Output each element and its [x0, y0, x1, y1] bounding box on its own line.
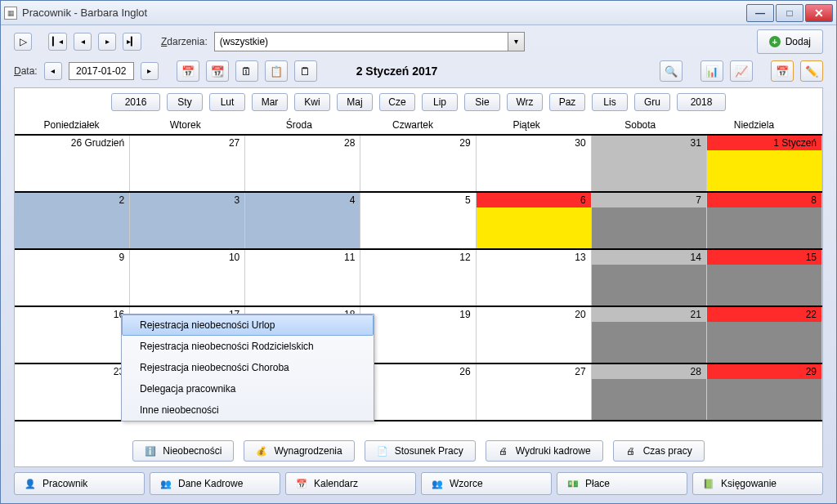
maximize-button[interactable]: □	[776, 4, 803, 22]
calendar-cell[interactable]: 14	[592, 250, 707, 306]
context-menu-item[interactable]: Delegacja pracownika	[122, 378, 374, 399]
sub-tab-3[interactable]: 🖨Wydruki kadrowe	[486, 440, 603, 462]
calendar-cell[interactable]: 12	[360, 250, 476, 306]
sub-tab-0[interactable]: ℹ️Nieobecności	[132, 440, 234, 462]
calendar-day-number: 9	[15, 250, 129, 265]
month-button-lip[interactable]: Lip	[422, 93, 458, 111]
calendar-cell[interactable]: 28	[245, 136, 360, 191]
calendar-day-number: 23	[15, 364, 129, 379]
calendar-cell[interactable]: 10	[130, 250, 245, 306]
month-button-wrz[interactable]: Wrz	[507, 93, 543, 111]
events-dropdown-button[interactable]: ▾	[508, 32, 525, 51]
calendar-cell[interactable]: 7	[592, 193, 707, 248]
nav-last-button[interactable]: ▸▎	[123, 33, 141, 51]
calendar-day-fill	[592, 379, 706, 420]
calendar-cell[interactable]: 9	[15, 250, 130, 306]
context-menu-item[interactable]: Rejestracja nieobecności Rodzicielskich	[122, 336, 374, 357]
play-button[interactable]: ▷	[14, 33, 32, 51]
nav-first-button[interactable]: ▎◂	[48, 33, 67, 51]
prev-year-button[interactable]: 2016	[111, 93, 160, 111]
date-input[interactable]	[69, 62, 134, 80]
search-icon-button[interactable]: 🔍	[660, 60, 683, 82]
month-button-gru[interactable]: Gru	[634, 93, 670, 111]
context-menu-item[interactable]: Rejestracja nieobecności Choroba	[122, 357, 374, 378]
weekday-header: Środa	[242, 116, 356, 134]
date-prev-button[interactable]: ◂	[44, 62, 62, 80]
calendar-cell[interactable]: 26	[360, 364, 476, 420]
nav-prev-button[interactable]: ◂	[74, 33, 92, 51]
sub-tab-2[interactable]: 📄Stosunek Pracy	[365, 440, 476, 462]
main-tab-2[interactable]: 📅Kalendarz	[285, 472, 416, 495]
sub-tab-4[interactable]: 🖨Czas pracy	[613, 440, 705, 462]
calendar-cell[interactable]: 4	[245, 193, 360, 248]
month-button-kwi[interactable]: Kwi	[294, 93, 330, 111]
tool1-button[interactable]: 📊	[700, 60, 723, 82]
main-tab-4[interactable]: 💵Płace	[557, 472, 687, 495]
calendar-cell[interactable]: 2	[15, 193, 130, 248]
month-button-paz[interactable]: Paz	[549, 93, 585, 111]
context-menu-item[interactable]: Rejestracja nieobecności Urlop	[122, 314, 374, 336]
add-button[interactable]: + Dodaj	[757, 29, 823, 54]
calendar-cell[interactable]: 19	[360, 307, 476, 363]
cal-view1-button[interactable]: 📅	[177, 60, 199, 82]
calendar-body[interactable]: 26 Grudzień27282930311 Styczeń2345678910…	[15, 136, 822, 435]
calendar-cell[interactable]: 1 Styczeń	[707, 136, 822, 191]
calendar-cell[interactable]: 3	[130, 193, 245, 248]
calendar-cell[interactable]: 21	[592, 307, 707, 363]
sub-tab-1[interactable]: 💰Wynagrodzenia	[244, 440, 354, 462]
calendar-cell[interactable]: 29	[360, 136, 476, 191]
calendar-cell[interactable]: 8	[707, 193, 822, 248]
calendar-cell[interactable]: 16	[15, 307, 130, 363]
toolbar-date: Data: ◂ ▸ 📅 📆 🗓 📋 🗒 2 Styczeń 2017 🔍 📊 📈…	[1, 58, 836, 87]
minimize-button[interactable]: —	[746, 4, 774, 22]
tool2-button[interactable]: 📈	[730, 60, 753, 82]
month-button-lut[interactable]: Lut	[209, 93, 245, 111]
calendar-cell[interactable]: 22	[707, 307, 822, 363]
edit-icon-button[interactable]: ✏️	[800, 60, 823, 82]
calendar-cell[interactable]: 23	[15, 364, 130, 420]
calendar-cell[interactable]: 11	[245, 250, 360, 306]
calendar-cell[interactable]: 15	[707, 250, 822, 306]
calendar-day-number: 7	[592, 193, 706, 207]
cal-view4-button[interactable]: 📋	[265, 60, 288, 82]
calendar-day-fill	[707, 207, 821, 248]
month-button-lis[interactable]: Lis	[592, 93, 628, 111]
calendar-cell[interactable]: 28	[592, 364, 707, 420]
month-button-cze[interactable]: Cze	[379, 93, 415, 111]
month-button-maj[interactable]: Maj	[337, 93, 373, 111]
calendar-cell[interactable]: 20	[477, 307, 592, 363]
month-button-sty[interactable]: Sty	[167, 93, 203, 111]
weekday-header: Sobota	[584, 116, 697, 134]
calendar-cell[interactable]: 29	[707, 364, 822, 420]
cal-view5-button[interactable]: 🗒	[294, 60, 317, 82]
main-tab-3[interactable]: 👥Wzorce	[421, 472, 552, 495]
calendar-cell[interactable]: 31	[592, 136, 707, 191]
tab-label: Dane Kadrowe	[178, 478, 243, 489]
month-button-sie[interactable]: Sie	[464, 93, 500, 111]
events-input[interactable]	[214, 32, 508, 51]
calendar-cell[interactable]: 5	[360, 193, 476, 248]
events-combo[interactable]: ▾	[214, 32, 525, 51]
calendar-cell[interactable]: 13	[477, 250, 592, 306]
context-menu: Rejestracja nieobecności UrlopRejestracj…	[121, 314, 374, 421]
next-year-button[interactable]: 2018	[677, 93, 726, 111]
month-button-mar[interactable]: Mar	[252, 93, 288, 111]
calendar-cell[interactable]: 27	[130, 136, 245, 191]
calendar-icon-button[interactable]: 📅	[771, 60, 794, 82]
calendar-cell[interactable]: 27	[477, 364, 592, 420]
main-tab-0[interactable]: 👤Pracownik	[14, 472, 145, 495]
calendar-day-number: 6	[477, 193, 591, 207]
calendar-day-number: 28	[592, 364, 706, 379]
close-button[interactable]: ✕	[805, 4, 833, 22]
context-menu-item[interactable]: Inne nieobecności	[122, 399, 374, 421]
cal-view3-button[interactable]: 🗓	[235, 60, 258, 82]
date-next-button[interactable]: ▸	[141, 62, 159, 80]
main-tab-1[interactable]: 👥Dane Kadrowe	[150, 472, 280, 495]
cal-view2-button[interactable]: 📆	[206, 60, 229, 82]
calendar-cell[interactable]: 6	[477, 193, 592, 248]
tab-icon: 👥	[160, 478, 172, 489]
calendar-cell[interactable]: 30	[477, 136, 592, 191]
main-tab-5[interactable]: 📗Księgowanie	[692, 472, 823, 495]
nav-next-button[interactable]: ▸	[98, 33, 116, 51]
calendar-cell[interactable]: 26 Grudzień	[15, 136, 130, 191]
